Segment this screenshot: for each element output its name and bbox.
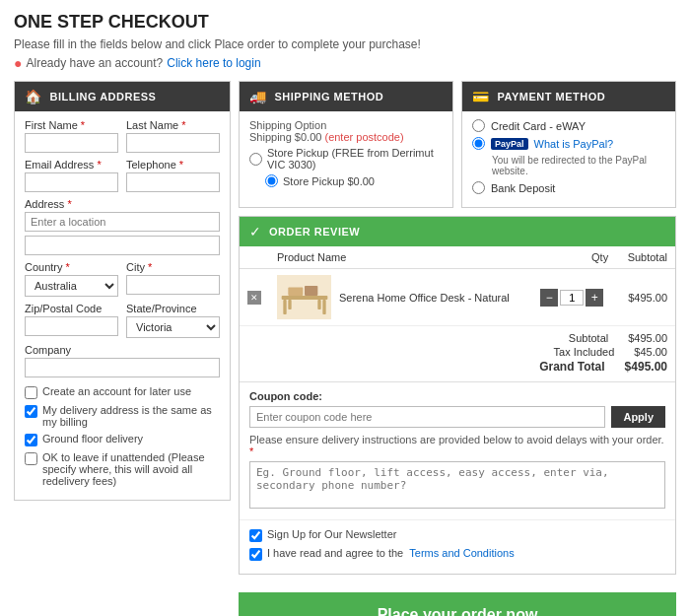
telephone-input[interactable] [126, 172, 220, 192]
store-pickup-free-radio[interactable] [265, 174, 278, 187]
totals-section: Subtotal $495.00 Tax Included $45.00 Gra… [240, 325, 675, 381]
paypal-logo: PayPal [491, 138, 528, 150]
page-title: ONE STEP CHECKOUT [14, 12, 676, 33]
email-input[interactable] [25, 172, 118, 192]
subtotal-label: Subtotal [569, 332, 608, 344]
shipping-price: Shipping $0.00 [249, 131, 321, 143]
state-label: State/Province [126, 303, 220, 314]
zip-label: Zip/Postal Code [25, 303, 118, 314]
delivery-note: Please ensure delivery instructions are … [249, 434, 665, 457]
product-name: Serena Home Office Desk - Natural [339, 292, 510, 304]
grand-total-value: $495.00 [625, 360, 667, 374]
address-input-location[interactable] [25, 212, 220, 232]
shipping-option-label: Shipping Option [249, 119, 326, 131]
credit-card-label: Credit Card - eWAY [491, 120, 586, 132]
coupon-section: Coupon code: Apply Please ensure deliver… [240, 381, 675, 519]
svg-rect-4 [317, 300, 320, 309]
col-qty-header: Qty [532, 246, 616, 269]
paypal-link[interactable]: What is PayPal? [534, 138, 614, 150]
qty-decrease-button[interactable]: − [540, 289, 558, 307]
city-input[interactable] [126, 275, 220, 295]
delivery-instructions-textarea[interactable] [249, 461, 665, 509]
home-icon: 🏠 [25, 89, 42, 104]
first-name-label: First Name * [25, 119, 118, 131]
store-pickup-option[interactable]: Store Pickup (FREE from Derrimut VIC 303… [249, 147, 443, 171]
shipping-header: 🚚 SHIPPING METHOD [240, 82, 452, 111]
bullet-icon: ● [14, 55, 22, 71]
qty-input[interactable]: 1 [560, 290, 584, 306]
page-subtitle: Please fill in the fields below and clic… [14, 37, 676, 51]
company-input[interactable] [25, 358, 220, 377]
terms-link[interactable]: Terms and Conditions [409, 547, 514, 559]
country-select[interactable]: Australia [25, 275, 118, 297]
newsletter-label: Sign Up for Our Newsletter [267, 528, 396, 540]
billing-header: 🏠 BILLING ADDRESS [15, 82, 230, 111]
grand-total-label: Grand Total [539, 360, 604, 374]
place-order-button[interactable]: Place your order now [378, 606, 538, 616]
tax-value: $45.00 [634, 346, 667, 358]
city-label: City * [126, 261, 220, 273]
subtotal-value: $495.00 [628, 332, 667, 344]
address-input-line2[interactable] [25, 236, 220, 255]
last-name-input[interactable] [126, 133, 220, 153]
create-account-checkbox[interactable] [25, 386, 37, 399]
telephone-label: Telephone * [126, 159, 220, 171]
svg-rect-2 [322, 300, 325, 314]
zip-input[interactable] [25, 316, 118, 336]
store-pickup-radio[interactable] [249, 153, 262, 166]
login-text: Already have an account? [26, 56, 163, 70]
svg-rect-3 [288, 300, 291, 309]
checkmark-icon: ✓ [249, 224, 261, 240]
col-subtotal-header: Subtotal [616, 246, 675, 269]
place-order-bar: Place your order now [239, 592, 676, 616]
ground-floor-checkbox[interactable] [25, 434, 37, 446]
delivery-same-label: My delivery address is the same as my bi… [42, 404, 220, 428]
email-label: Email Address * [25, 159, 118, 171]
apply-coupon-button[interactable]: Apply [611, 406, 665, 428]
newsletter-checkbox[interactable] [249, 529, 262, 542]
terms-label: I have read and agree to the Terms and C… [267, 547, 515, 559]
truck-icon: 🚚 [249, 89, 267, 104]
svg-rect-6 [305, 285, 317, 295]
enter-postcode[interactable]: (enter postcode) [324, 131, 403, 143]
create-account-label: Create an account for later use [42, 385, 191, 397]
qty-increase-button[interactable]: + [586, 289, 603, 307]
bank-deposit-radio[interactable] [472, 181, 485, 194]
remove-product-button[interactable]: ✕ [247, 291, 261, 305]
terms-checkbox[interactable] [249, 548, 262, 561]
leave-unattended-checkbox[interactable] [25, 452, 37, 465]
svg-rect-5 [288, 287, 303, 295]
order-review-header: ✓ ORDER REVIEW [240, 217, 675, 246]
delivery-same-checkbox[interactable] [25, 405, 37, 418]
col-product-header: Product Name [269, 246, 532, 269]
table-row: ✕ [240, 269, 675, 326]
last-name-label: Last Name * [126, 119, 220, 131]
svg-rect-1 [283, 300, 286, 314]
company-label: Company [25, 344, 220, 356]
bank-deposit-label: Bank Deposit [491, 182, 555, 194]
state-select[interactable]: Victoria [126, 316, 220, 338]
payment-header: 💳 PAYMENT METHOD [462, 82, 675, 111]
store-pickup-free-option[interactable]: Store Pickup $0.00 [265, 174, 443, 187]
coupon-label: Coupon code: [249, 390, 665, 402]
svg-rect-0 [281, 295, 327, 299]
ground-floor-label: Ground floor delivery [42, 433, 143, 445]
country-label: Country * [25, 261, 118, 273]
address-label: Address * [25, 198, 220, 210]
product-subtotal: $495.00 [616, 269, 675, 326]
tax-label: Tax Included [554, 346, 615, 358]
product-image [277, 275, 331, 319]
login-link[interactable]: Click here to login [167, 56, 260, 70]
paypal-radio[interactable] [472, 137, 485, 150]
credit-card-radio[interactable] [472, 119, 485, 132]
card-icon: 💳 [472, 89, 490, 104]
leave-unattended-label: OK to leave if unattended (Please specif… [42, 451, 220, 487]
first-name-input[interactable] [25, 133, 118, 153]
coupon-input[interactable] [249, 406, 605, 428]
qty-control: − 1 + [540, 289, 608, 307]
paypal-redirect-text: You will be redirected to the PayPal web… [492, 155, 665, 176]
